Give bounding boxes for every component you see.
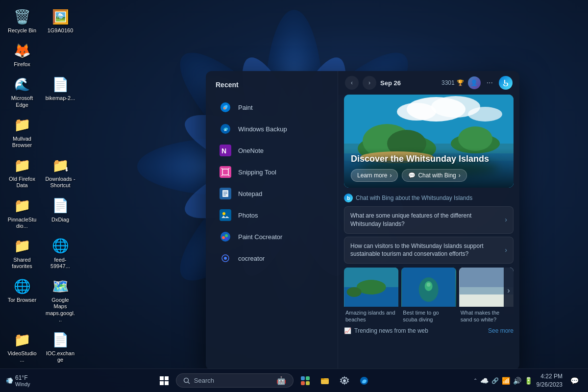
img-item-2[interactable]: Best time to go scuba diving xyxy=(401,268,456,323)
recent-item-photos[interactable]: Photos xyxy=(214,204,330,226)
img-item-3[interactable]: What makes the sand so white? › xyxy=(459,268,514,323)
recent-item-onenote[interactable]: N OneNote xyxy=(214,140,330,161)
windows-backup-icon xyxy=(219,122,232,136)
question-1-arrow-icon: › xyxy=(505,215,507,225)
desktop-icon-feed[interactable]: 🌐 feed-59947... xyxy=(43,234,77,272)
paint-cocreator-label: Paint Cocreator xyxy=(238,233,282,241)
tor-label: Tor Browser xyxy=(8,297,37,303)
bing-question-1[interactable]: What are some unique features of the dif… xyxy=(344,206,514,234)
snipping-icon xyxy=(219,165,232,179)
icon-row-3: 📁 Mullvad Browser xyxy=(5,113,77,151)
recent-item-windows-backup[interactable]: Windows Backup xyxy=(214,118,330,140)
start-button[interactable] xyxy=(156,373,172,389)
weather-text: 61°F Windy xyxy=(15,374,30,387)
ioc-icon: 📄 xyxy=(51,331,69,348)
desktop-icon-tor[interactable]: 🌐 Tor Browser xyxy=(5,274,39,326)
desktop-icon-shared[interactable]: 📁 Shared favorites xyxy=(5,234,39,272)
old-firefox-icon: 📁 xyxy=(13,156,31,174)
paint-icon xyxy=(219,100,232,114)
image-grid: Amazing islands and beaches Best time to… xyxy=(344,268,514,323)
see-more-button[interactable]: See more xyxy=(488,327,514,334)
recent-item-notepad[interactable]: Notepad xyxy=(214,183,330,204)
cocreator-icon xyxy=(219,251,232,265)
recent-panel: Recent Paint xyxy=(206,71,338,370)
mullvad-icon: 📁 xyxy=(13,116,31,134)
taskbar-weather[interactable]: 💨 61°F Windy xyxy=(6,374,55,387)
taskbar-clock[interactable]: 4:22 PM 9/26/2023 xyxy=(537,372,563,389)
svg-point-51 xyxy=(347,287,362,297)
svg-point-63 xyxy=(184,378,188,382)
svg-rect-65 xyxy=(301,376,305,380)
desktop-icon-recycle-bin[interactable]: 🗑️ Recycle Bin xyxy=(5,5,39,37)
svg-point-26 xyxy=(222,212,225,215)
onenote-label: OneNote xyxy=(238,147,264,154)
svg-point-17 xyxy=(223,107,225,109)
downloads-icon: 📁 ⬇ xyxy=(51,156,69,174)
nav-back-button[interactable]: ‹ xyxy=(345,76,359,90)
desktop-icon-dxdiag[interactable]: 📄 DxDiag xyxy=(43,194,77,232)
svg-rect-60 xyxy=(165,376,169,380)
card-overlay: Discover the Whitsunday Islands Learn mo… xyxy=(344,148,514,188)
widget-points: 3301 🏆 xyxy=(441,79,464,86)
desktop-icon-ioc[interactable]: 📄 IOC.exchange xyxy=(43,328,77,366)
taskbar-settings-button[interactable] xyxy=(337,373,352,389)
notification-button[interactable]: 💬 xyxy=(566,373,582,389)
content-card[interactable]: Discover the Whitsunday Islands Learn mo… xyxy=(344,95,514,188)
volume-icon[interactable]: 🔊 xyxy=(513,377,521,385)
learn-more-label: Learn more xyxy=(357,172,387,179)
battery-icon[interactable]: 🔋 xyxy=(524,377,533,385)
taskbar-edge-button[interactable] xyxy=(356,373,372,389)
svg-rect-68 xyxy=(306,381,310,385)
recent-item-paint[interactable]: Paint xyxy=(214,97,330,118)
desktop-icon-firefox[interactable]: 🦊 Firefox xyxy=(5,39,39,71)
chevron-icon[interactable]: ⌃ xyxy=(473,378,477,383)
icon-row-8: 📁 VideoStudio... 📄 IOC.exchange xyxy=(5,328,77,366)
recent-item-cocreator[interactable]: cocreator xyxy=(214,247,330,269)
taskbar-explorer-button[interactable] xyxy=(317,373,333,389)
desktop-icon-googlemaps[interactable]: 🗺️ Google Maps maps.googl... xyxy=(43,274,77,326)
taskbar-widgets-button[interactable] xyxy=(297,373,313,389)
icon-row-6: 📁 Shared favorites 🌐 feed-59947... xyxy=(5,234,77,272)
shared-icon: 📁 xyxy=(13,237,31,255)
desktop-icon-edge[interactable]: 🌊 Microsoft Edge xyxy=(5,73,39,111)
more-images-icon[interactable]: › xyxy=(504,268,514,314)
more-options-button[interactable]: ··· xyxy=(485,77,495,88)
firefox-icon: 🦊 xyxy=(13,42,31,59)
desktop-icon-bikemap[interactable]: 📄 bikemap-2... xyxy=(43,73,77,111)
onenote-icon: N xyxy=(219,144,232,157)
learn-more-button[interactable]: Learn more › xyxy=(351,169,398,182)
snipping-label: Snipping Tool xyxy=(238,169,276,176)
desktop: 🗑️ Recycle Bin 🖼️ 1G9A0160 🦊 Firefox 🌊 M… xyxy=(0,0,588,392)
svg-point-29 xyxy=(225,234,228,237)
user-avatar[interactable]: 👤 xyxy=(468,76,481,89)
img-item-1[interactable]: Amazing islands and beaches xyxy=(344,268,398,323)
chat-with-bing-button[interactable]: 💬 Chat with Bing › xyxy=(402,169,466,182)
recent-item-paint-cocreator[interactable]: Paint Cocreator xyxy=(214,226,330,247)
desktop-icon-old-firefox[interactable]: 📁 Old Firefox Data xyxy=(5,153,39,192)
paint-label: Paint xyxy=(238,104,253,111)
copilot-icon: 🤖 xyxy=(276,376,286,385)
edge-label: Microsoft Edge xyxy=(7,95,37,108)
svg-rect-67 xyxy=(301,381,305,385)
nav-forward-button[interactable]: › xyxy=(363,76,376,90)
desktop-icon-1g9a0160[interactable]: 🖼️ 1G9A0160 xyxy=(43,5,77,37)
widgets-panel: ‹ › Sep 26 3301 🏆 👤 ··· xyxy=(338,71,519,370)
chat-icon: 💬 xyxy=(408,172,416,179)
desktop-icon-downloads[interactable]: 📁 ⬇ Downloads - Shortcut xyxy=(43,153,77,192)
desktop-icon-mullvad[interactable]: 📁 Mullvad Browser xyxy=(5,113,39,151)
wifi-icon[interactable]: 📶 xyxy=(502,377,510,385)
learn-more-arrow-icon: › xyxy=(390,172,392,179)
clock-date: 9/26/2023 xyxy=(537,381,563,389)
svg-rect-21 xyxy=(220,166,231,178)
desktop-icon-pinnacle[interactable]: 📁 PinnacleStudio... xyxy=(5,194,39,232)
cloud-icon[interactable]: ☁️ xyxy=(480,377,489,385)
bing-question-2[interactable]: How can visitors to the Whitsunday Islan… xyxy=(344,237,514,264)
svg-point-28 xyxy=(222,236,225,239)
bing-button[interactable] xyxy=(499,76,513,90)
search-bar[interactable]: Search 🤖 xyxy=(176,373,294,388)
recent-item-snipping[interactable]: Snipping Tool xyxy=(214,161,330,183)
card-title: Discover the Whitsunday Islands xyxy=(351,154,507,164)
card-buttons: Learn more › 💬 Chat with Bing › xyxy=(351,169,507,182)
desktop-icon-videostudio[interactable]: 📁 VideoStudio... xyxy=(5,328,39,366)
weather-icon: 💨 xyxy=(6,377,13,384)
